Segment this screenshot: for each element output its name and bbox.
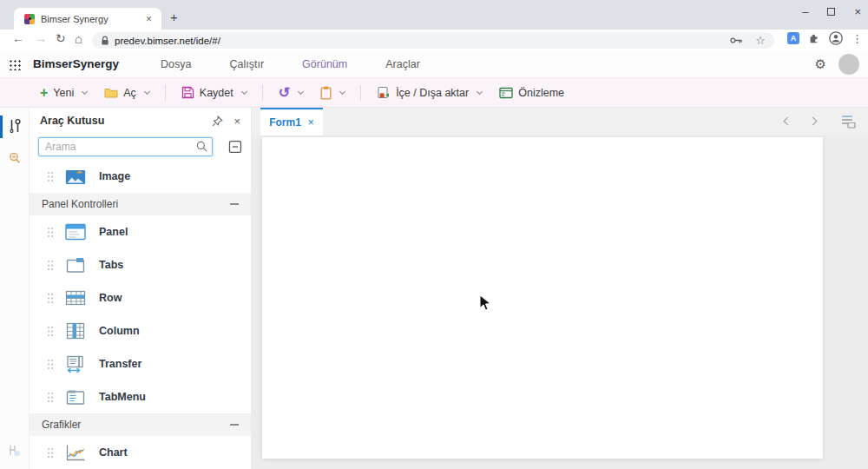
preview-button[interactable]: Önizleme [490, 78, 573, 107]
toolbox-item-image[interactable]: Image [30, 160, 251, 193]
editor-tabstrip: Form1 × [252, 108, 868, 135]
menu-dosya[interactable]: Dosya [161, 58, 191, 70]
toolbox-item-label: Transfer [99, 358, 141, 370]
toolbox-item-label: Column [99, 325, 140, 337]
clipboard-icon [320, 86, 332, 100]
window-close-button[interactable]: × [854, 5, 861, 18]
tab-close-icon[interactable]: × [143, 13, 155, 25]
profile-avatar-icon[interactable] [829, 31, 843, 45]
properties-panel-icon[interactable] [841, 115, 856, 129]
chevron-down-icon [82, 89, 88, 95]
preview-icon [499, 87, 513, 99]
toolbox-item-tabmenu[interactable]: TabMenu [30, 380, 251, 413]
chevron-down-icon [241, 89, 247, 95]
settings-gear-icon[interactable]: ⚙ [815, 56, 826, 72]
editor-tab-close-icon[interactable]: × [308, 116, 314, 129]
browser-tab[interactable]: Bimser Synergy × [14, 8, 161, 30]
bimser-favicon [24, 14, 35, 24]
toolbar-divider [262, 85, 263, 101]
drag-handle-icon[interactable] [47, 447, 54, 459]
paste-button[interactable] [312, 78, 353, 107]
drag-handle-icon[interactable] [47, 359, 54, 370]
url-text[interactable]: predev.bimser.net/ide/#/ [115, 36, 730, 46]
toolbox-item-label: Row [99, 292, 122, 304]
import-export-icon [377, 86, 391, 99]
inspect-search-icon[interactable] [8, 151, 22, 165]
drag-handle-icon[interactable] [47, 326, 54, 337]
reload-button[interactable]: ↻ [56, 31, 66, 45]
forward-button[interactable]: → [35, 31, 47, 45]
menu-gorunum[interactable]: Görünüm [302, 58, 347, 70]
transfer-icon [65, 355, 86, 373]
toolbar-divider [360, 85, 361, 101]
drag-handle-icon[interactable] [47, 392, 54, 403]
editor-tab-label: Form1 [269, 116, 301, 129]
workspace: Araç Kutusu × Image [0, 108, 868, 469]
browser-actions: A ⋮ [787, 31, 863, 45]
omnibox-actions: ☆ [730, 34, 766, 47]
toolbox-item-label: Chart [99, 446, 128, 459]
key-icon[interactable] [730, 36, 743, 45]
toolbox-item-column[interactable]: Column [30, 314, 251, 347]
section-panel-kontrolleri[interactable]: Panel Kontrolleri [30, 193, 251, 215]
editor-tab-form1[interactable]: Form1 × [260, 108, 323, 135]
drag-handle-icon[interactable] [47, 260, 54, 271]
new-tab-button[interactable]: + [170, 10, 178, 24]
toolbox-header-actions: × [212, 115, 240, 128]
toolbox-item-row[interactable]: Row [30, 281, 251, 314]
address-bar[interactable]: predev.bimser.net/ide/#/ ☆ [92, 32, 774, 49]
panel-icon [65, 223, 86, 241]
bookmark-star-icon[interactable]: ☆ [755, 34, 766, 47]
section-label: Grafikler [42, 419, 230, 431]
drag-handle-icon[interactable] [47, 293, 54, 304]
menu-araclar[interactable]: Araçlar [385, 58, 420, 70]
extensions-puzzle-icon[interactable] [808, 32, 820, 44]
toolbox-tools-icon[interactable] [8, 118, 22, 134]
toolbox-item-label: Image [99, 170, 130, 182]
chevron-left-icon[interactable] [784, 117, 792, 126]
browser-menu-kebab-icon[interactable]: ⋮ [852, 32, 863, 45]
preview-label: Önizleme [518, 87, 564, 99]
collapse-minus-icon[interactable] [230, 203, 239, 205]
menu-calistir[interactable]: Çalıştır [230, 58, 265, 70]
import-export-button[interactable]: İçe / Dışa aktar [368, 78, 490, 107]
chevron-right-icon[interactable] [809, 117, 818, 126]
toolbox-item-panel[interactable]: Panel [30, 215, 251, 248]
pin-icon[interactable] [212, 116, 223, 127]
toolbox-item-transfer[interactable]: Transfer [30, 347, 251, 380]
undo-button[interactable]: ↺ [270, 78, 312, 107]
open-button[interactable]: Aç [95, 78, 158, 107]
restore-button[interactable] [827, 8, 835, 16]
toolbox-item-label: TabMenu [99, 391, 146, 403]
folder-icon [104, 87, 118, 98]
new-button[interactable]: + Yeni [31, 78, 95, 107]
drag-handle-icon[interactable] [47, 171, 54, 182]
save-button-label: Kaydet [200, 87, 233, 99]
toolbox-item-tabs[interactable]: Tabs [30, 248, 251, 281]
window-controls: – × [802, 5, 861, 18]
search-input[interactable] [38, 137, 213, 156]
back-button[interactable]: ← [12, 31, 24, 45]
chart-icon [65, 444, 87, 462]
toolbox-item-label: Panel [99, 226, 128, 238]
chevron-down-icon [339, 89, 345, 95]
row-icon [65, 289, 86, 307]
collapse-all-icon[interactable] [228, 140, 242, 154]
toolbox-search [38, 137, 213, 156]
user-avatar[interactable] [838, 54, 859, 75]
drag-handle-icon[interactable] [47, 227, 54, 238]
home-button[interactable]: ⌂ [75, 31, 82, 46]
collapse-minus-icon[interactable] [230, 424, 239, 426]
save-button[interactable]: Kaydet [173, 78, 255, 107]
translate-icon[interactable]: A [787, 32, 799, 44]
toolbox-item-chart[interactable]: Chart [30, 436, 251, 469]
help-icon[interactable] [8, 444, 21, 457]
app-header: BimserSynergy Dosya Çalıştır Görünüm Ara… [0, 50, 868, 78]
activity-rail [0, 108, 30, 469]
toolbox-close-icon[interactable]: × [233, 115, 240, 128]
minimize-button[interactable]: – [802, 5, 808, 18]
waffle-menu-icon[interactable] [9, 58, 21, 70]
tab-scroll-nav [785, 118, 816, 124]
form-canvas[interactable] [262, 137, 823, 459]
section-grafikler[interactable]: Grafikler [30, 413, 251, 436]
